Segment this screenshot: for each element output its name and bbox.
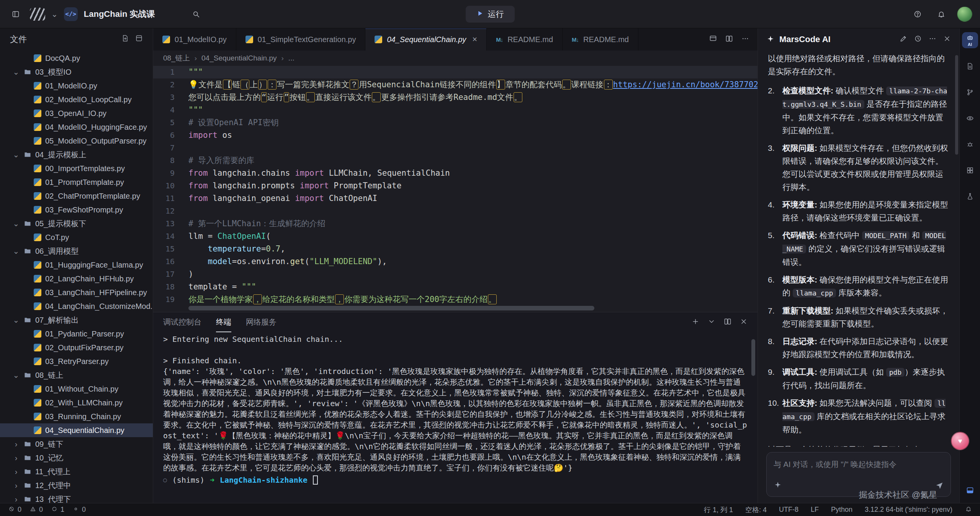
source-control-icon[interactable] bbox=[962, 84, 978, 100]
course-link[interactable]: https://juejin.cn/book/7387702347436138 bbox=[613, 80, 757, 89]
extensions-icon[interactable] bbox=[962, 162, 978, 178]
tree-file-03_FewShotPrompt.py[interactable]: 03_FewShotPrompt.py bbox=[0, 203, 153, 217]
tree-file-02_LangChain_HFHub.py[interactable]: 02_LangChain_HFHub.py bbox=[0, 272, 153, 286]
breadcrumb-item[interactable]: 08_链上 bbox=[163, 53, 190, 63]
chevron-down-icon[interactable]: ⌄ bbox=[51, 10, 58, 19]
docs-icon[interactable] bbox=[962, 58, 978, 74]
tree-folder-09_链下[interactable]: ›09_链下 bbox=[0, 437, 153, 451]
run-button[interactable]: 运行 bbox=[466, 6, 515, 23]
status-segment[interactable]: 空格: 4 bbox=[745, 505, 767, 514]
tree-file-02_ChatPromptTemplate.py[interactable]: 02_ChatPromptTemplate.py bbox=[0, 189, 153, 203]
ai-scrollbar[interactable] bbox=[955, 55, 958, 155]
status-dot-count[interactable]: 0 bbox=[72, 505, 86, 514]
ai-messages[interactable]: 以使用绝对路径或相对路径，但请确保路径指向的是实际存在的文件。 2.检查模型文件… bbox=[758, 51, 959, 447]
new-terminal-icon[interactable] bbox=[692, 318, 699, 327]
split-editor-icon[interactable] bbox=[725, 35, 733, 44]
status-segment[interactable]: 行 1, 列 1 bbox=[704, 505, 733, 514]
command-decoration-icon: ○ bbox=[163, 475, 167, 485]
new-file-icon[interactable] bbox=[121, 34, 129, 44]
floating-assistant-badge[interactable]: ♥ bbox=[951, 432, 969, 450]
tree-file-01_HugggingFace_Llama.py[interactable]: 01_HugggingFace_Llama.py bbox=[0, 258, 153, 272]
panel-tab-调试控制台[interactable]: 调试控制台 bbox=[163, 312, 201, 332]
panel-tab-网络服务[interactable]: 网络服务 bbox=[246, 312, 276, 332]
status-sync-count[interactable]: 1 bbox=[51, 505, 64, 514]
more-icon[interactable] bbox=[929, 35, 936, 44]
terminal-scrollbar[interactable] bbox=[751, 339, 755, 376]
breadcrumb-item[interactable]: 04_SequentialChain.py bbox=[201, 54, 277, 62]
panel-tab-终端[interactable]: 终端 bbox=[216, 312, 231, 332]
python-file-icon bbox=[34, 123, 41, 131]
avatar[interactable] bbox=[957, 7, 972, 22]
slash-command-icon[interactable] bbox=[774, 481, 782, 491]
history-icon[interactable] bbox=[914, 35, 922, 44]
tree-file-00_ImportTemplates.py[interactable]: 00_ImportTemplates.py bbox=[0, 162, 153, 175]
tree-file-03_Running_Chain.py[interactable]: 03_Running_Chain.py bbox=[0, 410, 153, 423]
tree-folder-10_记忆[interactable]: ›10_记忆 bbox=[0, 451, 153, 465]
tree-file-03_OpenAI_IO.py[interactable]: 03_OpenAI_IO.py bbox=[0, 106, 153, 120]
test-icon[interactable] bbox=[962, 188, 978, 204]
project-name[interactable]: LangChain 实战课 bbox=[84, 8, 155, 20]
tree-file-DocQA.py[interactable]: DocQA.py bbox=[0, 51, 153, 65]
close-panel-icon[interactable] bbox=[740, 318, 748, 327]
tree-folder-08_链上[interactable]: ⌄08_链上 bbox=[0, 368, 153, 382]
terminal-output[interactable]: > Entering new SequentialChain chain... … bbox=[153, 332, 757, 503]
tree-folder-13_代理下[interactable]: ›13_代理下 bbox=[0, 492, 153, 503]
tree-file-03_LangChain_HFPipeline.py[interactable]: 03_LangChain_HFPipeline.py bbox=[0, 286, 153, 299]
tree-folder-06_调用模型[interactable]: ⌄06_调用模型 bbox=[0, 244, 153, 258]
tree-file-01_PromptTemplate.py[interactable]: 01_PromptTemplate.py bbox=[0, 175, 153, 189]
status-bell-icon[interactable] bbox=[965, 505, 972, 514]
new-chat-icon[interactable] bbox=[900, 35, 907, 44]
panel-toggle-icon[interactable] bbox=[962, 482, 978, 498]
status-warn-count[interactable]: 0 bbox=[29, 505, 43, 514]
tree-file-04_SequentialChain.py[interactable]: 04_SequentialChain.py bbox=[0, 423, 153, 437]
tab-04_SequentialChain.py[interactable]: 04_SequentialChain.py× bbox=[365, 28, 487, 51]
tree-file-02_ModelIO_LoopCall.py[interactable]: 02_ModelIO_LoopCall.py bbox=[0, 93, 153, 106]
tree-file-02_With_LLMChain.py[interactable]: 02_With_LLMChain.py bbox=[0, 396, 153, 410]
search-icon[interactable] bbox=[188, 6, 204, 22]
tree-folder-03_模型IO[interactable]: ⌄03_模型IO bbox=[0, 65, 153, 79]
tab-README.md[interactable]: M↓README.md bbox=[487, 28, 563, 51]
code-editor[interactable]: 1"""2💡文件是【链（上）：写一篇完美鲜花推文？用SequencialChai… bbox=[153, 66, 757, 312]
marscode-ai-icon[interactable]: AI bbox=[962, 32, 978, 48]
preview-icon[interactable] bbox=[962, 110, 978, 126]
tree-file-01_Pydantic_Parser.py[interactable]: 01_Pydantic_Parser.py bbox=[0, 327, 153, 341]
more-actions-icon[interactable] bbox=[741, 35, 749, 44]
tree-file-01_Without_Chain.py[interactable]: 01_Without_Chain.py bbox=[0, 382, 153, 396]
split-terminal-icon[interactable] bbox=[724, 318, 731, 327]
status-segment[interactable]: UTF-8 bbox=[779, 506, 798, 514]
chevron-down-icon: ⌄ bbox=[12, 371, 20, 380]
tree-file-01_ModelIO.py[interactable]: 01_ModelIO.py bbox=[0, 79, 153, 93]
status-segment[interactable]: Python bbox=[831, 506, 852, 514]
status-segment[interactable]: 3.12.2 64-bit ('shims': pyenv) bbox=[865, 506, 952, 514]
sidebar-toggle-icon[interactable] bbox=[8, 6, 24, 22]
tree-file-05_ModelIO_OutputParser.py[interactable]: 05_ModelIO_OutputParser.py bbox=[0, 134, 153, 148]
close-tab-icon[interactable]: × bbox=[472, 34, 477, 44]
tree-file-CoT.py[interactable]: CoT.py bbox=[0, 230, 153, 244]
debug-icon[interactable] bbox=[962, 136, 978, 152]
open-preview-icon[interactable] bbox=[709, 35, 717, 44]
tree-file-04_ModelIO_HuggingFace.py[interactable]: 04_ModelIO_HuggingFace.py bbox=[0, 120, 153, 134]
tab-README.md[interactable]: M↓README.md bbox=[563, 28, 638, 51]
bell-icon[interactable] bbox=[933, 6, 949, 22]
tree-file-03_RetryParser.py[interactable]: 03_RetryParser.py bbox=[0, 354, 153, 368]
breadcrumb[interactable]: 08_链上›04_SequentialChain.py›... bbox=[153, 51, 757, 66]
tab-01_ModelIO.py[interactable]: 01_ModelIO.py bbox=[153, 28, 236, 51]
help-icon[interactable] bbox=[910, 6, 926, 22]
tree-folder-05_提示模板下[interactable]: ⌄05_提示模板下 bbox=[0, 217, 153, 230]
tree-folder-12_代理中[interactable]: ›12_代理中 bbox=[0, 478, 153, 492]
tree-folder-04_提示模板上[interactable]: ⌄04_提示模板上 bbox=[0, 148, 153, 162]
tree-folder-07_解析输出[interactable]: ⌄07_解析输出 bbox=[0, 313, 153, 327]
tab-01_SimpleTextGeneration.py[interactable]: 01_SimpleTextGeneration.py bbox=[236, 28, 366, 51]
tree-file-04_LangChain_CustomizeMod...[interactable]: 04_LangChain_CustomizeMod... bbox=[0, 299, 153, 313]
app-logo[interactable] bbox=[30, 8, 45, 21]
collapse-folders-icon[interactable] bbox=[135, 34, 143, 44]
tree-folder-11_代理上[interactable]: ›11_代理上 bbox=[0, 465, 153, 478]
tree-file-02_OutputFixParser.py[interactable]: 02_OutputFixParser.py bbox=[0, 341, 153, 354]
terminal-dropdown-icon[interactable] bbox=[708, 318, 715, 327]
status-error-count[interactable]: 0 bbox=[8, 505, 21, 514]
horizontal-scrollbar[interactable] bbox=[188, 306, 594, 310]
status-segment[interactable]: LF bbox=[811, 506, 819, 514]
terminal-prompt[interactable]: ○ (shims) ➜ LangChain-shizhanke bbox=[163, 475, 748, 485]
close-ai-panel-icon[interactable] bbox=[943, 35, 951, 44]
breadcrumb-item[interactable]: ... bbox=[288, 54, 294, 62]
